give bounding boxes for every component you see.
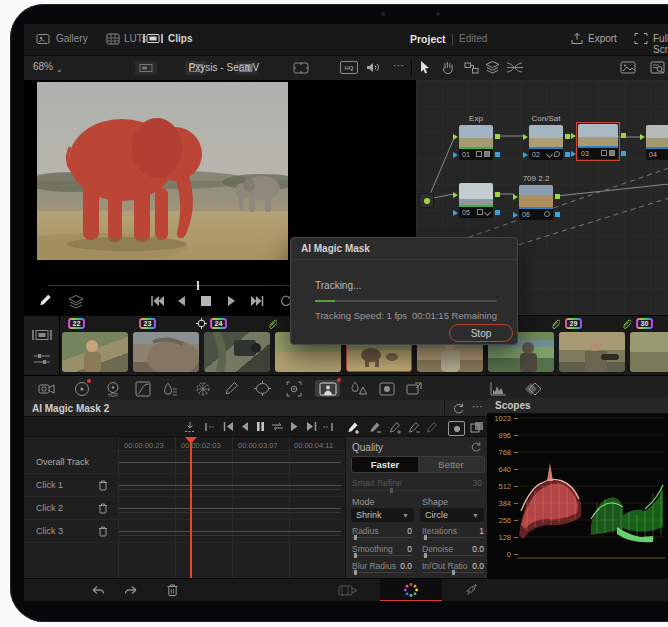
layers-toggle-icon[interactable]	[68, 294, 84, 309]
masked-elephant[interactable]	[67, 118, 202, 242]
fullscreen-icon[interactable]	[634, 32, 648, 45]
export-button[interactable]: Export	[588, 33, 617, 44]
qualifier-icon[interactable]	[161, 380, 178, 397]
track-backward-icon[interactable]	[204, 421, 216, 433]
play-icon[interactable]	[227, 295, 237, 307]
fusion-rocket-icon[interactable]	[464, 583, 479, 598]
mixer-icon[interactable]	[506, 61, 523, 74]
stop-button[interactable]: Stop	[449, 324, 513, 342]
scopes-histogram-icon[interactable]	[490, 380, 507, 397]
add-stroke-eyedropper-icon[interactable]	[346, 421, 359, 434]
step-back-icon[interactable]	[240, 421, 249, 432]
track-to-end-icon[interactable]	[184, 421, 196, 433]
lightbox-icon[interactable]	[650, 61, 666, 74]
clips-tab[interactable]: Clips	[168, 33, 192, 44]
magic-mask-icon[interactable]	[315, 380, 340, 397]
color-wheels-icon[interactable]	[73, 380, 90, 397]
trash-icon[interactable]	[166, 583, 179, 597]
rgb-output[interactable]	[495, 134, 500, 139]
safe-area-icon[interactable]	[292, 61, 310, 75]
tracker-icon[interactable]	[285, 380, 302, 397]
layers-icon[interactable]	[485, 60, 500, 75]
gallery-icon[interactable]	[36, 33, 51, 45]
clips-icon[interactable]	[142, 32, 164, 45]
node-03-selected[interactable]: 03	[578, 124, 618, 159]
viewer-image[interactable]	[37, 82, 288, 260]
key-icon[interactable]	[378, 380, 395, 397]
speaker-icon[interactable]	[365, 60, 381, 75]
window-picker-icon[interactable]	[223, 380, 240, 397]
blur-icon[interactable]	[350, 380, 367, 397]
node-06[interactable]: 709 2.2 06	[519, 185, 553, 220]
track-row-click2[interactable]: Click 2	[24, 497, 345, 520]
picker-eyedropper-icon[interactable]	[38, 293, 53, 309]
hq-proxy-icon[interactable]: HQ	[340, 61, 358, 74]
play-reverse-icon[interactable]	[176, 295, 186, 307]
clip-30[interactable]	[630, 332, 668, 372]
stop-icon[interactable]	[201, 296, 211, 306]
loop-range-icon[interactable]	[271, 421, 284, 432]
track-row-click3[interactable]: Click 3	[24, 520, 345, 543]
panel-more-button[interactable]: ⋯	[472, 400, 483, 413]
node-02[interactable]: Con/Sat 02	[529, 125, 563, 160]
playhead[interactable]	[190, 442, 192, 578]
power-window-icon[interactable]	[254, 380, 271, 397]
skip-end-icon[interactable]	[250, 295, 264, 307]
cursor-tool-icon[interactable]	[419, 60, 432, 75]
key-input[interactable]	[453, 152, 458, 158]
clip-24[interactable]	[204, 332, 270, 372]
mode-dropdown[interactable]: Shrink▼	[351, 508, 414, 522]
better-tab[interactable]: Better	[418, 457, 484, 472]
redo-icon[interactable]	[124, 584, 139, 597]
gallery-tab[interactable]: Gallery	[56, 33, 88, 44]
node-01[interactable]: Exp 01	[459, 125, 493, 160]
quality-reset-icon[interactable]	[470, 441, 482, 453]
scopes-header[interactable]: Scopes	[487, 398, 668, 414]
timeline-ruler[interactable]: 00:00:00:23 00:00:02:03 00:00:03:07 00:0…	[115, 437, 345, 451]
edited-status[interactable]: Edited	[459, 33, 487, 44]
key-output[interactable]	[495, 152, 500, 157]
rgb-input[interactable]	[453, 134, 458, 140]
delete-track-icon[interactable]	[98, 526, 108, 537]
clip-23[interactable]	[133, 332, 199, 372]
remove-touch-eyedropper-icon[interactable]	[407, 421, 420, 434]
stills-icon[interactable]	[620, 61, 636, 74]
clip-title[interactable]: Pxysis - Sean V	[154, 62, 294, 73]
fullscreen-button[interactable]: Full Scre	[653, 33, 668, 55]
export-icon[interactable]	[570, 32, 584, 45]
delete-track-icon[interactable]	[98, 480, 108, 491]
project-tab[interactable]: Project	[410, 33, 446, 45]
delete-track-icon[interactable]	[98, 503, 108, 514]
node-05[interactable]: 05	[459, 183, 493, 218]
play-forward-icon[interactable]	[290, 421, 299, 432]
add-node-icon[interactable]	[464, 62, 479, 74]
node-04[interactable]: 04	[646, 125, 668, 160]
clip-22[interactable]	[62, 332, 128, 372]
faster-tab[interactable]: Faster	[352, 457, 418, 472]
shape-dropdown[interactable]: Circle▼	[420, 508, 484, 522]
pause-icon[interactable]	[256, 421, 265, 432]
power-window-grid-icon[interactable]	[194, 380, 211, 397]
hdr-wheels-icon[interactable]: HDR	[104, 380, 121, 397]
color-page-tab[interactable]	[380, 579, 442, 601]
track-forward-icon[interactable]	[322, 421, 334, 433]
luts-icon[interactable]	[106, 33, 120, 45]
cut-page-icon[interactable]	[338, 584, 358, 597]
source-node[interactable]	[419, 193, 434, 208]
stacked-diamonds-icon[interactable]	[524, 380, 541, 397]
skip-start-icon[interactable]	[150, 295, 164, 307]
overlay-mode-icon[interactable]	[470, 421, 484, 434]
sizing-icon[interactable]	[405, 380, 422, 397]
undo-icon[interactable]	[90, 584, 105, 597]
disabled-eyedropper-icon[interactable]	[425, 421, 438, 434]
mask-timeline[interactable]: 00:00:00:23 00:00:02:03 00:00:03:07 00:0…	[24, 437, 345, 578]
add-touch-eyedropper-icon[interactable]	[388, 421, 401, 434]
last-frame-icon[interactable]	[306, 421, 317, 432]
remove-stroke-eyedropper-icon[interactable]	[368, 421, 381, 434]
smart-refine-slider[interactable]	[352, 490, 482, 491]
timeline-clips-icon[interactable]	[31, 328, 53, 342]
param-slider[interactable]	[352, 537, 412, 538]
hand-tool-icon[interactable]	[441, 60, 455, 75]
matte-preview-button[interactable]	[448, 421, 465, 436]
track-row-click1[interactable]: Click 1	[24, 474, 345, 497]
